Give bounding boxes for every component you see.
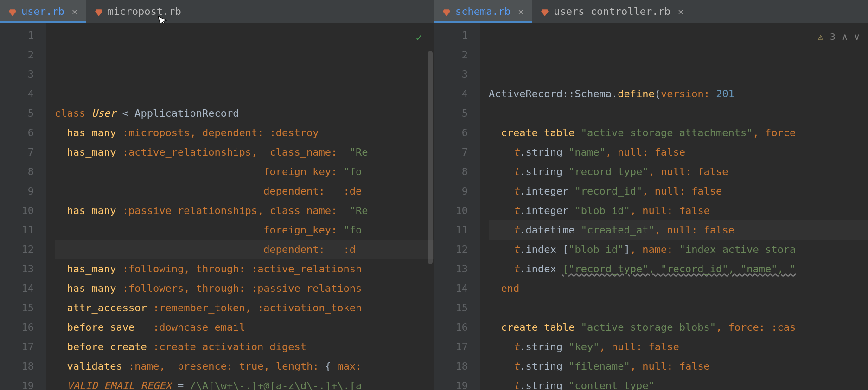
code-line[interactable]: has_many :microposts, dependent: :destro… — [55, 123, 434, 143]
tab-user-rb[interactable]: user.rb × — [0, 0, 86, 23]
code-line[interactable]: t.index ["blob_id"], name: "index_active… — [489, 240, 868, 259]
tab-label: micropost.rb — [108, 6, 181, 17]
code-line[interactable]: class User < ApplicationRecord — [55, 104, 434, 123]
ruby-file-icon — [541, 7, 549, 16]
left-gutter: 12345678910111213141516171819 — [0, 23, 46, 390]
line-number: 11 — [434, 220, 468, 240]
tab-label: users_controller.rb — [554, 6, 670, 17]
ruby-file-icon — [95, 7, 103, 16]
line-number: 14 — [0, 279, 34, 298]
code-line[interactable]: t.string "content_type" — [489, 376, 868, 390]
line-number: 8 — [0, 162, 34, 182]
line-number: 6 — [434, 123, 468, 143]
line-number: 19 — [0, 376, 34, 390]
code-line[interactable]: has_many :active_relationships, class_na… — [55, 143, 434, 162]
code-line[interactable]: foreign_key: "fo — [55, 220, 434, 240]
code-line[interactable]: create_table "active_storage_blobs", for… — [489, 318, 868, 337]
line-number: 15 — [0, 298, 34, 318]
code-line[interactable]: before_create :create_activation_digest — [55, 337, 434, 357]
line-number: 1 — [434, 26, 468, 45]
close-icon[interactable]: × — [515, 6, 523, 17]
tab-schema-rb[interactable]: schema.rb × — [434, 0, 532, 23]
code-line[interactable]: end — [489, 279, 868, 298]
right-code-area[interactable]: ⚠ 3 ∧ ∨ ActiveRecord::Schema.define(vers… — [480, 23, 868, 390]
line-number: 16 — [0, 318, 34, 337]
line-number: 10 — [434, 201, 468, 220]
line-number: 4 — [434, 84, 468, 104]
warning-count: 3 — [830, 27, 836, 46]
line-number: 12 — [0, 240, 34, 259]
tab-label: user.rb — [21, 6, 64, 17]
code-line[interactable]: has_many :following, through: :active_re… — [55, 259, 434, 279]
right-tabbar: schema.rb × users_controller.rb × — [434, 0, 868, 23]
line-number: 2 — [434, 45, 468, 65]
line-number: 7 — [434, 143, 468, 162]
code-line[interactable]: t.string "record_type", null: false — [489, 162, 868, 182]
chevron-down-icon[interactable]: ∨ — [854, 27, 860, 46]
code-line[interactable]: attr_accessor :remember_token, :activati… — [55, 298, 434, 318]
ruby-file-icon — [8, 7, 17, 16]
line-number: 9 — [434, 182, 468, 201]
code-line[interactable]: ActiveRecord::Schema.define(version: 201 — [489, 84, 868, 104]
code-line[interactable]: VALID_EMAIL_REGEX = /\A[\w+\-.]+@[a-z\d\… — [55, 376, 434, 390]
code-line[interactable]: has_many :passive_relationships, class_n… — [55, 201, 434, 220]
line-number: 19 — [434, 376, 468, 390]
code-line[interactable]: create_table "active_storage_attachments… — [489, 123, 868, 143]
code-line[interactable] — [489, 104, 868, 123]
chevron-up-icon[interactable]: ∧ — [842, 27, 848, 46]
code-line[interactable]: has_many :followers, through: :passive_r… — [55, 279, 434, 298]
code-line[interactable]: t.integer "record_id", null: false — [489, 182, 868, 201]
right-pane: schema.rb × users_controller.rb × 123456… — [434, 0, 868, 390]
code-line[interactable]: dependent: :de — [55, 182, 434, 201]
line-number: 17 — [434, 337, 468, 357]
line-number: 1 — [0, 26, 34, 45]
code-line[interactable]: t.datetime "created_at", null: false — [489, 220, 868, 240]
code-line[interactable]: t.index ["record_type", "record_id", "na… — [489, 259, 868, 279]
line-number: 18 — [434, 357, 468, 376]
line-number: 5 — [434, 104, 468, 123]
svg-marker-3 — [541, 9, 549, 16]
line-number: 3 — [0, 65, 34, 84]
code-line[interactable]: before_save :downcase_email — [55, 318, 434, 337]
code-line[interactable]: foreign_key: "fo — [55, 162, 434, 182]
tab-users-controller-rb[interactable]: users_controller.rb × — [532, 0, 692, 23]
code-line[interactable]: t.integer "blob_id", null: false — [489, 201, 868, 220]
right-editor[interactable]: 12345678910111213141516171819 ⚠ 3 ∧ ∨ Ac… — [434, 23, 868, 390]
line-number: 13 — [434, 259, 468, 279]
code-line[interactable]: validates :name, presence: true, length:… — [55, 357, 434, 376]
code-line[interactable]: t.string "filename", null: false — [489, 357, 868, 376]
line-number: 12 — [434, 240, 468, 259]
inspection-status[interactable]: ⚠ 3 ∧ ∨ — [818, 27, 860, 46]
left-pane: user.rb × micropost.rb 12345678910111213… — [0, 0, 434, 390]
code-line[interactable]: t.string "key", null: false — [489, 337, 868, 357]
code-line[interactable] — [489, 298, 868, 318]
code-line[interactable]: t.string "name", null: false — [489, 143, 868, 162]
line-number: 11 — [0, 220, 34, 240]
left-tabbar: user.rb × micropost.rb — [0, 0, 434, 23]
check-icon: ✓ — [416, 28, 422, 47]
line-number: 8 — [434, 162, 468, 182]
line-number: 10 — [0, 201, 34, 220]
line-number: 13 — [0, 259, 34, 279]
left-code-area[interactable]: ✓ class User < ApplicationRecord has_man… — [46, 23, 434, 390]
line-number: 17 — [0, 337, 34, 357]
line-number: 9 — [0, 182, 34, 201]
line-number: 5 — [0, 104, 34, 123]
tab-label: schema.rb — [455, 6, 511, 17]
line-number: 15 — [434, 298, 468, 318]
line-number: 7 — [0, 143, 34, 162]
close-icon[interactable]: × — [69, 6, 77, 17]
code-line[interactable]: dependent: :d — [55, 240, 434, 259]
tab-micropost-rb[interactable]: micropost.rb — [86, 0, 190, 23]
right-gutter: 12345678910111213141516171819 — [434, 23, 480, 390]
split-editor: user.rb × micropost.rb 12345678910111213… — [0, 0, 868, 390]
left-editor[interactable]: 12345678910111213141516171819 ✓ class Us… — [0, 23, 434, 390]
line-number: 4 — [0, 84, 34, 104]
line-number: 3 — [434, 65, 468, 84]
line-number: 14 — [434, 279, 468, 298]
close-icon[interactable]: × — [675, 6, 683, 17]
warning-icon: ⚠ — [818, 27, 823, 46]
line-number: 6 — [0, 123, 34, 143]
scrollbar-thumb[interactable] — [428, 51, 433, 264]
svg-marker-2 — [443, 9, 450, 16]
